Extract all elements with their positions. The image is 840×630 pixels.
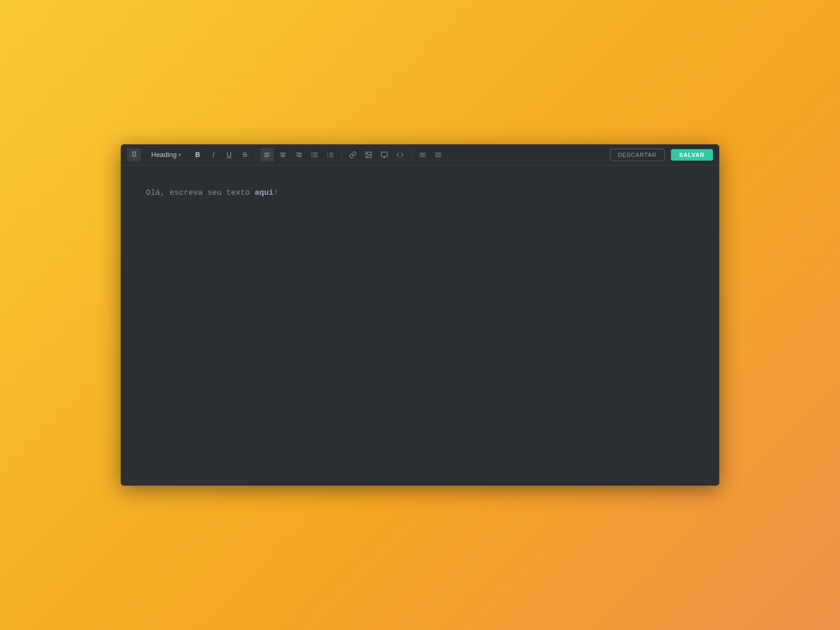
list-unordered-button[interactable] bbox=[308, 148, 321, 162]
strikethrough-icon: S bbox=[243, 151, 247, 159]
align-center-icon bbox=[279, 151, 287, 159]
editor-text-after-bold: ! bbox=[274, 188, 278, 197]
italic-icon: I bbox=[213, 151, 215, 159]
divider-1 bbox=[256, 150, 256, 160]
underline-button[interactable]: U bbox=[222, 148, 236, 162]
code-icon bbox=[396, 151, 404, 159]
image-icon bbox=[365, 151, 372, 159]
pin-button[interactable] bbox=[127, 148, 141, 162]
svg-text:3: 3 bbox=[328, 155, 329, 158]
heading-dropdown[interactable]: Heading ▾ bbox=[147, 149, 185, 160]
svg-point-26 bbox=[368, 153, 369, 154]
link-icon bbox=[349, 151, 356, 159]
align-right-button[interactable] bbox=[292, 148, 306, 162]
align-center-button[interactable] bbox=[276, 148, 290, 162]
editor-content-area[interactable]: Olá, escreva seu texto aqui! bbox=[121, 165, 719, 486]
underline-icon: U bbox=[227, 151, 232, 159]
bold-button[interactable]: B bbox=[191, 148, 204, 162]
italic-button[interactable]: I bbox=[206, 148, 220, 162]
list-ordered-icon: 1 2 3 bbox=[327, 151, 334, 159]
align-left-icon bbox=[264, 151, 271, 159]
chevron-down-icon: ▾ bbox=[178, 152, 181, 158]
align-right-icon bbox=[295, 151, 302, 159]
save-button[interactable]: SALVAR bbox=[671, 149, 713, 161]
svg-point-17 bbox=[312, 154, 313, 155]
link-button[interactable] bbox=[346, 148, 360, 162]
outdent-icon bbox=[435, 151, 442, 159]
list-unordered-icon bbox=[311, 151, 318, 159]
editor-bold-word: aqui bbox=[255, 188, 274, 197]
divider-2 bbox=[341, 150, 342, 160]
svg-rect-27 bbox=[382, 152, 388, 156]
heading-dropdown-label: Heading bbox=[151, 151, 176, 159]
strikethrough-button[interactable]: S bbox=[238, 148, 251, 162]
outdent-button[interactable] bbox=[432, 148, 445, 162]
hr-icon bbox=[419, 151, 426, 159]
toolbar: Heading ▾ B I U S bbox=[121, 144, 719, 165]
embed-icon bbox=[381, 151, 388, 159]
embed-button[interactable] bbox=[377, 148, 391, 162]
divider-3 bbox=[411, 150, 412, 160]
hr-button[interactable] bbox=[416, 148, 429, 162]
code-button[interactable] bbox=[393, 148, 407, 162]
svg-point-16 bbox=[312, 152, 313, 153]
list-ordered-button[interactable]: 1 2 3 bbox=[323, 148, 337, 162]
image-button[interactable] bbox=[362, 148, 375, 162]
editor-text-before-bold: Olá, escreva seu texto bbox=[146, 188, 255, 197]
editor-window: Heading ▾ B I U S bbox=[121, 144, 719, 486]
bold-icon: B bbox=[195, 151, 200, 159]
align-left-button[interactable] bbox=[260, 148, 274, 162]
svg-point-18 bbox=[312, 156, 313, 157]
discard-button[interactable]: DESCARTAR bbox=[610, 149, 665, 161]
